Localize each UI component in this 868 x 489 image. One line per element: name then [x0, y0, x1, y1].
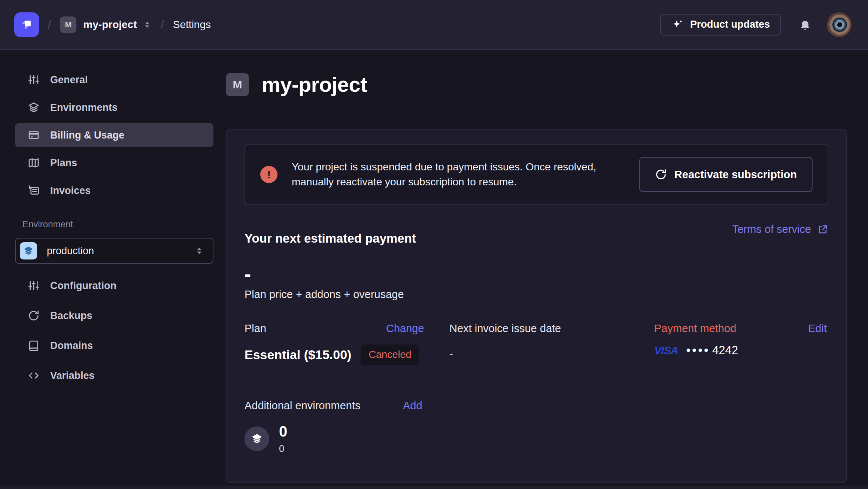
product-updates-button[interactable]: Product updates	[660, 14, 781, 36]
sidebar-item-configuration[interactable]: Configuration	[15, 274, 213, 298]
suspension-message-line1: Your project is suspended due to payment…	[292, 160, 596, 174]
payment-method-label: Payment method	[654, 322, 736, 335]
sidebar-item-label: Configuration	[50, 280, 116, 292]
warning-exclamation: !	[267, 168, 271, 181]
product-updates-label: Product updates	[690, 19, 770, 30]
billing-info-grid: Plan Change Essential ($15.00) Canceled …	[245, 322, 828, 365]
sidebar-item-label: Variables	[50, 370, 95, 382]
environments-subcount: 0	[279, 443, 287, 455]
next-invoice-value: -	[449, 347, 654, 360]
book-icon	[28, 340, 40, 352]
invoice-column: Next invoice issue date -	[449, 322, 654, 365]
credit-card-icon	[28, 129, 40, 141]
main-content: M my-project ! Your project is suspended…	[226, 50, 868, 488]
payment-formula-subtitle: Plan price + addons + overusage	[245, 288, 828, 301]
sidebar-item-plans[interactable]: Plans	[15, 151, 213, 175]
environments-count: 0	[279, 423, 287, 440]
plan-label: Plan	[245, 322, 386, 335]
sidebar-item-label: Plans	[50, 157, 77, 169]
next-invoice-label: Next invoice issue date	[449, 322, 561, 335]
sidebar-item-domains[interactable]: Domains	[15, 334, 213, 358]
card-number-dots: ••••	[686, 344, 710, 357]
breadcrumb-project-name[interactable]: my-project	[83, 19, 137, 31]
plan-value: Essential ($15.00)	[245, 347, 351, 362]
terms-label: Terms of service	[732, 223, 811, 236]
project-switcher-chevron-icon[interactable]	[142, 20, 152, 30]
breadcrumb-section: Settings	[173, 19, 211, 31]
refresh-icon	[655, 168, 667, 180]
suspension-banner: ! Your project is suspended due to payme…	[245, 144, 828, 205]
billing-card: ! Your project is suspended due to payme…	[226, 129, 847, 483]
suspension-message-line2: manually reactivate your subscription to…	[292, 174, 596, 189]
bottom-strip	[0, 486, 868, 489]
environment-select[interactable]: production	[15, 238, 213, 264]
visa-logo: VISA	[654, 344, 678, 357]
breadcrumb-separator: /	[48, 18, 51, 31]
strapi-logo-icon	[19, 17, 34, 32]
edit-payment-method-link[interactable]: Edit	[808, 322, 828, 335]
suspension-message: Your project is suspended due to payment…	[292, 160, 596, 190]
layers-icon	[251, 433, 263, 445]
sidebar-item-environments[interactable]: Environments	[15, 95, 213, 119]
map-icon	[28, 157, 40, 169]
code-icon	[28, 370, 40, 382]
payment-section-head: Your next estimated payment Terms of ser…	[245, 223, 828, 246]
additional-environments-head: Additional environments Add	[245, 400, 828, 412]
sidebar-item-billing-usage[interactable]: Billing & Usage	[15, 123, 213, 147]
warning-icon: !	[260, 166, 277, 183]
estimated-amount-placeholder: -	[245, 269, 828, 279]
payment-method-value: VISA •••• 4242	[654, 344, 828, 357]
terms-of-service-link[interactable]: Terms of service	[732, 223, 828, 236]
additional-environments-row: 0 0	[245, 423, 828, 455]
topbar: / M my-project / Settings Product update…	[0, 0, 868, 50]
change-plan-link[interactable]: Change	[386, 322, 424, 335]
settings-sidebar: General Environments Billing & Usage	[0, 50, 226, 488]
environment-section-label: Environment	[22, 219, 213, 230]
environments-count-icon	[245, 426, 269, 451]
reactivate-subscription-button[interactable]: Reactivate subscription	[639, 157, 813, 192]
sparkles-icon	[671, 18, 684, 31]
page-title: my-project	[262, 72, 367, 97]
sidebar-item-label: Domains	[50, 340, 93, 352]
canceled-status-badge: Canceled	[361, 344, 419, 365]
sidebar-item-backups[interactable]: Backups	[15, 304, 213, 328]
breadcrumb-separator: /	[161, 18, 164, 31]
sidebar-item-label: Environments	[50, 102, 118, 113]
environments-counts: 0 0	[279, 423, 287, 455]
payment-method-column: Payment method Edit VISA •••• 4242	[654, 322, 828, 365]
user-avatar[interactable]	[827, 12, 852, 37]
plan-column: Plan Change Essential ($15.00) Canceled	[245, 322, 449, 365]
external-link-icon	[817, 224, 828, 235]
environment-select-value: production	[47, 245, 94, 257]
notifications-bell-icon[interactable]	[798, 18, 812, 31]
estimated-payment-title: Your next estimated payment	[245, 231, 416, 246]
sidebar-item-general[interactable]: General	[15, 68, 213, 92]
card-last4: 4242	[712, 344, 738, 357]
sidebar-item-variables[interactable]: Variables	[15, 364, 213, 388]
sidebar-item-label: Billing & Usage	[50, 130, 124, 141]
environment-layers-icon	[20, 242, 37, 259]
additional-environments-label: Additional environments	[245, 400, 403, 412]
sidebar-item-invoices[interactable]: Invoices	[15, 179, 213, 203]
refresh-icon	[28, 310, 40, 322]
select-chevron-icon	[194, 246, 204, 256]
project-avatar: M	[226, 73, 249, 96]
page-body: General Environments Billing & Usage	[0, 50, 868, 488]
reactivate-label: Reactivate subscription	[674, 168, 797, 181]
sliders-icon	[28, 280, 40, 292]
sidebar-item-label: General	[50, 74, 88, 86]
app-logo[interactable]	[14, 12, 39, 37]
invoice-icon	[28, 185, 40, 197]
add-environment-link[interactable]: Add	[403, 400, 422, 412]
sidebar-item-label: Invoices	[50, 185, 91, 197]
project-initial-chip: M	[60, 16, 76, 33]
sliders-icon	[28, 74, 40, 86]
sidebar-item-label: Backups	[50, 310, 92, 322]
project-title-row: M my-project	[226, 72, 847, 97]
layers-icon	[28, 101, 40, 113]
